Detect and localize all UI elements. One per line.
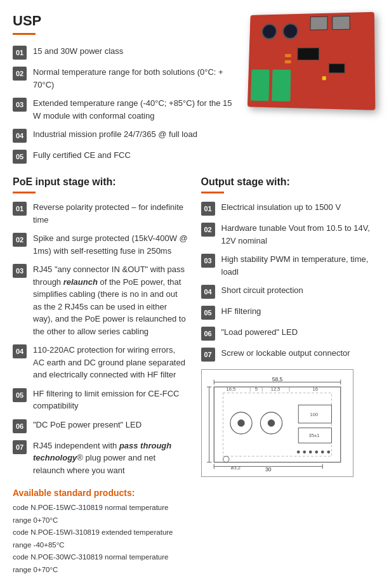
usp-item: 03 Extended temperature range (-40°C; +8… — [13, 97, 237, 122]
item-text: Extended temperature range (-40°C; +85°C… — [33, 97, 237, 122]
output-section: Output stage with: 01 Electrical insulat… — [201, 176, 377, 576]
svg-point-22 — [223, 456, 229, 462]
output-item: 05 HF filtering — [201, 305, 377, 320]
item-number: 04 — [13, 129, 27, 143]
item-number: 03 — [201, 254, 215, 268]
item-number: 01 — [13, 46, 27, 60]
item-text: "Load powered" LED — [221, 326, 298, 339]
usp-underline — [13, 33, 36, 35]
usp-list: 01 15 and 30W power class 02 Normal temp… — [13, 45, 237, 164]
output-title: Output stage with: — [201, 176, 377, 188]
item-number: 03 — [13, 264, 27, 278]
output-list: 01 Electrical insulation up to 1500 V 02… — [201, 201, 377, 362]
poe-list: 01 Reverse polarity protected – for inde… — [13, 201, 188, 476]
item-text: Electrical insulation up to 1500 V — [221, 201, 341, 214]
output-underline — [201, 192, 224, 193]
poe-item: 01 Reverse polarity protected – for inde… — [13, 201, 188, 226]
poe-item: 07 RJ45 independent with pass through te… — [13, 440, 188, 477]
item-text: 110-220AC protection for wiring errors, … — [33, 344, 188, 381]
item-number: 01 — [13, 202, 27, 216]
svg-text:ø3,2: ø3,2 — [230, 465, 240, 471]
item-number: 06 — [13, 419, 27, 433]
item-number: 04 — [13, 344, 27, 358]
item-text: RJ45 independent with pass through techn… — [33, 440, 188, 477]
item-text: Spike and surge protected (15kV-400W @ 1… — [33, 232, 188, 257]
item-text: Industrial mission profile 24/7/365 @ fu… — [33, 128, 197, 141]
svg-text:38: 38 — [207, 425, 208, 431]
svg-text:35±1: 35±1 — [308, 433, 319, 438]
item-number: 06 — [201, 327, 215, 341]
item-number: 07 — [13, 440, 27, 454]
poe-item: 05 HF filtering to limit emission for CE… — [13, 388, 188, 412]
poe-underline — [13, 192, 36, 193]
svg-text:16,5: 16,5 — [226, 386, 235, 392]
svg-point-19 — [237, 419, 244, 426]
dimension-diagram: 58,5 16,5 5 12,5 16 38 — [201, 369, 353, 477]
item-text: High stability PWM in temperature, time,… — [221, 253, 377, 278]
item-text: 15 and 30W power class — [33, 45, 123, 58]
item-text: Normal temperature range for both soluti… — [33, 66, 237, 91]
item-text: HF filtering — [221, 305, 261, 318]
svg-point-30 — [308, 450, 312, 454]
item-number: 02 — [201, 223, 215, 237]
svg-text:58,5: 58,5 — [272, 376, 282, 382]
output-item: 04 Short circuit protection — [201, 284, 377, 299]
item-number: 05 — [13, 150, 27, 164]
item-text: RJ45 "any connector IN &OUT" with pass t… — [33, 263, 188, 337]
product-image — [243, 13, 376, 114]
svg-point-32 — [320, 450, 324, 454]
item-number: 07 — [201, 348, 215, 362]
poe-item: 03 RJ45 "any connector IN &OUT" with pas… — [13, 263, 188, 337]
item-number: 05 — [13, 388, 27, 402]
svg-point-31 — [315, 450, 318, 454]
item-number: 05 — [201, 306, 215, 320]
item-number: 01 — [201, 202, 215, 216]
item-number: 03 — [13, 98, 27, 112]
usp-item: 04 Industrial mission profile 24/7/365 @… — [13, 128, 237, 143]
available-codes: code N.POE-15WC-310819 normal temperatur… — [13, 502, 188, 576]
output-item: 06 "Load powered" LED — [201, 326, 377, 341]
output-item: 01 Electrical insulation up to 1500 V — [201, 201, 377, 216]
output-item: 02 Hardware tunable Vout from 10.5 to 14… — [201, 222, 377, 247]
svg-text:12,5: 12,5 — [270, 386, 280, 392]
item-text: Screw or lockable output connector — [221, 347, 350, 360]
output-item: 07 Screw or lockable output connector — [201, 347, 377, 362]
svg-point-28 — [296, 450, 300, 454]
usp-item: 01 15 and 30W power class — [13, 45, 237, 60]
svg-text:5: 5 — [254, 386, 257, 392]
item-text: Hardware tunable Vout from 10.5 to 14V, … — [221, 222, 377, 247]
svg-text:30: 30 — [265, 466, 271, 471]
item-text: Fully certified CE and FCC — [33, 149, 131, 162]
poe-item: 02 Spike and surge protected (15kV-400W … — [13, 232, 188, 257]
item-text: HF filtering to limit emission for CE-FC… — [33, 388, 188, 412]
item-number: 04 — [201, 285, 215, 299]
item-text: "DC PoE power present" LED — [33, 419, 142, 431]
output-item: 03 High stability PWM in temperature, ti… — [201, 253, 377, 278]
item-text: Reverse polarity protected – for indefin… — [33, 201, 188, 226]
svg-point-21 — [267, 419, 274, 426]
poe-input-title: PoE input stage with: — [13, 176, 188, 188]
usp-item: 02 Normal temperature range for both sol… — [13, 66, 237, 91]
usp-item: 05 Fully certified CE and FCC — [13, 149, 237, 164]
svg-point-33 — [327, 450, 330, 454]
available-title: Available standard products: — [13, 488, 188, 498]
item-number: 02 — [13, 233, 27, 247]
poe-item: 04 110-220AC protection for wiring error… — [13, 344, 188, 381]
diagram-svg: 58,5 16,5 5 12,5 16 38 — [207, 375, 348, 471]
svg-text:100: 100 — [310, 412, 318, 417]
poe-input-section: PoE input stage with: 01 Reverse polarit… — [13, 176, 188, 576]
item-text: Short circuit protection — [221, 284, 303, 297]
usp-title: USP — [13, 13, 237, 29]
svg-text:16: 16 — [312, 386, 317, 392]
poe-item: 06 "DC PoE power present" LED — [13, 419, 188, 433]
svg-point-29 — [303, 450, 306, 454]
item-number: 02 — [13, 67, 27, 81]
